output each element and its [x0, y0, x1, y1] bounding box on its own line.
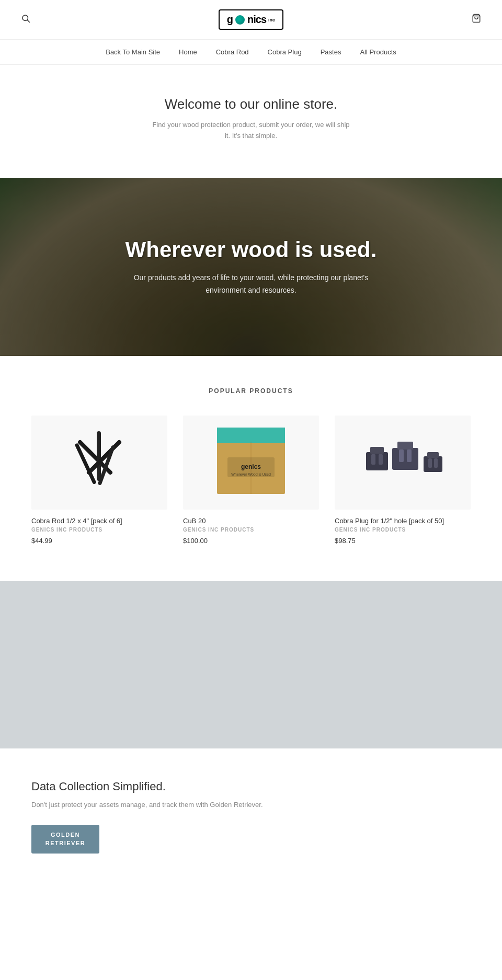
svg-rect-16	[371, 454, 375, 465]
cart-icon[interactable]	[472, 14, 481, 26]
cobra-rod-visual	[52, 426, 146, 499]
hero-title: Wherever wood is used.	[126, 237, 377, 262]
header: g nics inc	[0, 0, 502, 40]
svg-text:genics: genics	[241, 463, 261, 470]
svg-rect-17	[379, 454, 383, 465]
svg-rect-4	[97, 431, 101, 481]
product-name-cub20: CuB 20	[183, 517, 319, 525]
svg-rect-19	[397, 442, 413, 449]
gray-section	[0, 581, 502, 748]
main-nav: Back To Main Site Home Cobra Rod Cobra P…	[0, 40, 502, 65]
product-price-cobra-plug: $98.75	[335, 537, 471, 545]
product-image-cobra-plug	[335, 416, 471, 510]
hero-banner: Wherever wood is used. Our products add …	[0, 178, 502, 356]
popular-products-title: POPULAR PRODUCTS	[31, 387, 471, 395]
product-card-cub20[interactable]: genics Wherever Wood is Used CuB 20 GENI…	[183, 416, 319, 545]
popular-products-section: POPULAR PRODUCTS Cobra Rod 1/2 x 4" [pac…	[0, 356, 502, 581]
product-image-cub20: genics Wherever Wood is Used	[183, 416, 319, 510]
svg-rect-20	[399, 449, 404, 462]
hero-content: Wherever wood is used. Our products add …	[94, 237, 408, 297]
logo[interactable]: g nics inc	[219, 9, 283, 30]
product-card-cobra-rod[interactable]: Cobra Rod 1/2 x 4" [pack of 6] GENICS IN…	[31, 416, 167, 545]
hero-description: Our products add years of life to your w…	[131, 272, 371, 297]
product-name-cobra-plug: Cobra Plug for 1/2" hole [pack of 50]	[335, 517, 471, 525]
svg-rect-9	[217, 428, 285, 443]
nav-all-products[interactable]: All Products	[360, 48, 396, 56]
svg-rect-21	[407, 449, 412, 462]
products-grid: Cobra Rod 1/2 x 4" [pack of 6] GENICS IN…	[31, 416, 471, 545]
nav-back-to-main[interactable]: Back To Main Site	[106, 48, 160, 56]
product-price-cobra-rod: $44.99	[31, 537, 167, 545]
svg-rect-23	[427, 452, 439, 458]
svg-rect-22	[424, 456, 442, 472]
data-collection-section: Data Collection Simplified. Don't just p…	[0, 748, 502, 880]
product-name-cobra-rod: Cobra Rod 1/2 x 4" [pack of 6]	[31, 517, 167, 525]
product-brand-cub20: GENICS INC PRODUCTS	[183, 527, 319, 533]
svg-text:Wherever Wood is Used: Wherever Wood is Used	[231, 472, 271, 476]
product-price-cub20: $100.00	[183, 537, 319, 545]
product-image-cobra-rod	[31, 416, 167, 510]
nav-pastes[interactable]: Pastes	[321, 48, 341, 56]
svg-rect-25	[434, 458, 438, 468]
data-collection-description: Don't just protect your assets manage, a…	[31, 800, 471, 811]
svg-line-1	[27, 20, 29, 22]
nav-home[interactable]: Home	[179, 48, 197, 56]
svg-rect-18	[392, 448, 418, 470]
welcome-title: Welcome to our online store.	[21, 96, 481, 112]
welcome-subtitle: Find your wood protection product, submi…	[152, 120, 350, 142]
svg-rect-24	[428, 458, 432, 468]
product-brand-cobra-plug: GENICS INC PRODUCTS	[335, 527, 471, 533]
data-collection-title: Data Collection Simplified.	[31, 780, 471, 793]
svg-rect-15	[370, 447, 384, 454]
nav-cobra-plug[interactable]: Cobra Plug	[268, 48, 302, 56]
product-card-cobra-plug[interactable]: Cobra Plug for 1/2" hole [pack of 50] GE…	[335, 416, 471, 545]
svg-rect-14	[366, 452, 388, 470]
golden-retriever-button[interactable]: GOLDEN RETRIEVER	[31, 825, 99, 854]
search-icon[interactable]	[21, 14, 30, 26]
nav-cobra-rod[interactable]: Cobra Rod	[216, 48, 249, 56]
product-brand-cobra-rod: GENICS INC PRODUCTS	[31, 527, 167, 533]
welcome-section: Welcome to our online store. Find your w…	[0, 65, 502, 178]
